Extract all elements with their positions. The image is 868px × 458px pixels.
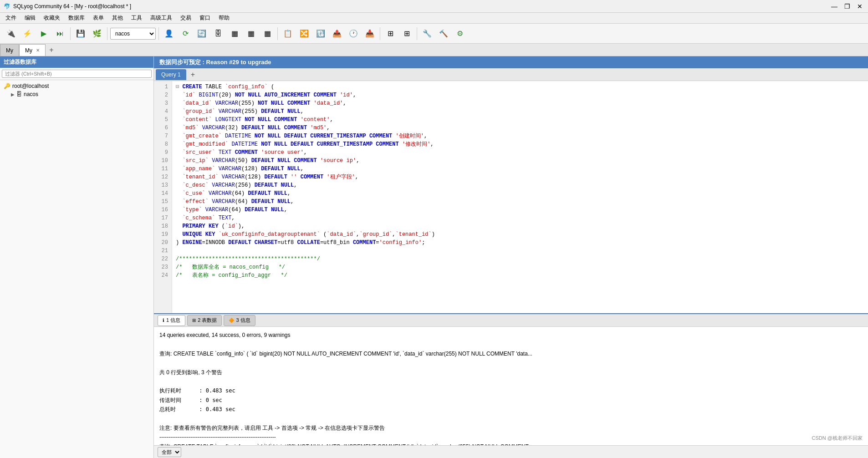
menu-item-其他[interactable]: 其他 [108, 13, 127, 23]
menu-item-高级工具[interactable]: 高级工具 [147, 13, 176, 23]
code-line-16: `type` VARCHAR(64) DEFAULT NULL, [176, 206, 864, 214]
tab-close-2[interactable]: ✕ [36, 48, 40, 53]
code-line-10: `src_ip` VARCHAR(50) DEFAULT NULL COMMEN… [176, 157, 864, 165]
info-icon: ℹ [163, 318, 164, 323]
toolbar-schedule[interactable]: 🕐 [346, 26, 361, 41]
toolbar-user[interactable]: 👤 [162, 26, 176, 41]
toolbar-sep-1 [70, 27, 71, 40]
main-tab-bar: My My ✕ + [0, 44, 868, 56]
result-total-time: 总耗时 : 0.483 sec [159, 405, 863, 414]
menu-bar: 文件编辑收藏夹数据库表单其他工具高级工具交易窗口帮助 [0, 13, 868, 24]
query-tabs: Query 1 + [154, 68, 868, 81]
toolbar-save[interactable]: 💾 [73, 26, 88, 41]
maximize-button[interactable]: ❐ [842, 2, 852, 11]
toolbar-sep-3 [158, 27, 159, 40]
line-num-7: 7 [158, 132, 168, 140]
query-tab-label-1: Query 1 [161, 71, 181, 78]
toolbar-grid[interactable]: ⊞ [383, 26, 398, 41]
sidebar-filter-area [0, 68, 153, 80]
toolbar-stop[interactable]: ⏭ [53, 26, 67, 41]
toolbar-new-connection[interactable]: 🔌 [4, 26, 18, 41]
code-line-9: `src_user` TEXT COMMENT 'source user', [176, 148, 864, 157]
toolbar-btn-1[interactable]: ⟳ [178, 26, 193, 41]
query-tab-1[interactable]: Query 1 [156, 69, 186, 80]
title-bar-controls: — ❐ ✕ [830, 2, 864, 11]
query-tab-add[interactable]: + [187, 71, 199, 79]
toolbar: 🔌 ⚡ ▶ ⏭ 💾 🌿 nacos 👤 ⟳ 🔄 🗄 ▦ ▦ ▦ 📋 🔀 🔃 📤 … [0, 24, 868, 44]
toolbar-sep-4 [277, 27, 278, 40]
title-bar-left: 🐬 SQLyog Community 64 - [My - root@local… [4, 3, 131, 10]
code-line-24: /* 表名称 = config_info_aggr */ [176, 271, 864, 280]
line-num-8: 8 [158, 140, 168, 148]
sidebar-filter-input[interactable] [2, 70, 152, 78]
main-area: 过滤器数据库 🔑 root@localhost ▶ 🗄 nacos 数据同步可预… [0, 56, 868, 458]
menu-item-数据库[interactable]: 数据库 [65, 13, 88, 23]
close-button[interactable]: ✕ [855, 2, 864, 11]
line-num-10: 10 [158, 157, 168, 165]
code-editor[interactable]: 123456789101112131415161718192021222324 … [154, 81, 868, 313]
bottom-select[interactable]: 全部 [158, 447, 181, 457]
toolbar-profile[interactable]: 🌿 [90, 26, 104, 41]
line-num-18: 18 [158, 222, 168, 230]
results-tab-data[interactable]: ⊞ 2 表数据 [187, 315, 222, 326]
toolbar-tools3[interactable]: ⚙ [453, 26, 467, 41]
toolbar-execute[interactable]: ▶ [36, 26, 51, 41]
code-line-21 [176, 247, 864, 255]
toolbar-sync[interactable]: 🔃 [313, 26, 328, 41]
toolbar-backup[interactable]: 📤 [330, 26, 344, 41]
line-num-20: 20 [158, 239, 168, 247]
menu-item-表单[interactable]: 表单 [89, 13, 107, 23]
toolbar-sep-6 [417, 27, 417, 40]
line-num-3: 3 [158, 99, 168, 107]
toolbar-btn-4[interactable]: ▦ [227, 26, 242, 41]
menu-item-收藏夹[interactable]: 收藏夹 [40, 13, 64, 23]
toolbar-btn-6[interactable]: ▦ [260, 26, 275, 41]
tree-item-nacos[interactable]: ▶ 🗄 nacos [0, 90, 153, 98]
menu-item-窗口[interactable]: 窗口 [196, 13, 214, 23]
line-num-9: 9 [158, 148, 168, 157]
toolbar-tools2[interactable]: 🔨 [436, 26, 451, 41]
tab-label-2: My [25, 47, 32, 54]
results-tab-info[interactable]: ℹ 1 信息 [158, 315, 185, 326]
code-line-18: PRIMARY KEY (`id`), [176, 222, 864, 230]
toolbar-btn-3[interactable]: 🗄 [211, 26, 225, 41]
toolbar-btn-5[interactable]: ▦ [244, 26, 258, 41]
tree-item-root[interactable]: 🔑 root@localhost [0, 82, 153, 90]
line-num-17: 17 [158, 214, 168, 222]
minimize-button[interactable]: — [830, 2, 839, 11]
menu-item-帮助[interactable]: 帮助 [215, 13, 233, 23]
toolbar-tools[interactable]: 🔧 [420, 26, 434, 41]
line-numbers: 123456789101112131415161718192021222324 [154, 81, 172, 313]
database-select[interactable]: nacos [110, 28, 156, 40]
result-line-10: 查询: CREATE TABLE `config_info_aggr` ( `i… [159, 442, 863, 445]
menu-item-编辑[interactable]: 编辑 [21, 13, 39, 23]
line-num-12: 12 [158, 173, 168, 181]
code-content[interactable]: ⊟ CREATE TABLE `config_info` ( `id` BIGI… [172, 81, 868, 313]
results-tab-label-1: 1 信息 [166, 317, 180, 324]
menu-item-工具[interactable]: 工具 [128, 13, 146, 23]
line-num-23: 23 [158, 263, 168, 271]
results-tab-info3[interactable]: 🔶 3 信息 [224, 315, 255, 326]
tab-my-1[interactable]: My [0, 44, 19, 56]
tab-add-button[interactable]: + [46, 44, 57, 56]
toolbar-grid2[interactable]: ⊞ [399, 26, 414, 41]
right-pane: 数据同步可预定 : Reason #29 to upgrade Query 1 … [154, 56, 868, 458]
toolbar-new-query[interactable]: ⚡ [20, 26, 35, 41]
toolbar-btn-2[interactable]: 🔄 [194, 26, 209, 41]
toolbar-import[interactable]: 🔀 [297, 26, 311, 41]
query-header: 数据同步可预定 : Reason #29 to upgrade [154, 56, 868, 68]
code-line-2: `id` BIGINT(20) NOT NULL AUTO_INCREMENT … [176, 91, 864, 99]
watermark: CSDN @栈老师不回家 [812, 435, 863, 442]
bottom-bar: 全部 [154, 445, 868, 458]
menu-item-文件[interactable]: 文件 [2, 13, 20, 23]
toolbar-restore[interactable]: 📥 [363, 26, 377, 41]
toolbar-export[interactable]: 📋 [281, 26, 295, 41]
collapse-icon: ⊟ [176, 84, 182, 90]
result-exec-time: 执行耗时 : 0.483 sec [159, 386, 863, 395]
menu-item-交易[interactable]: 交易 [177, 13, 195, 23]
results-tabs: ℹ 1 信息 ⊞ 2 表数据 🔶 3 信息 [154, 314, 868, 327]
result-line-1: 14 queries executed, 14 success, 0 error… [159, 331, 863, 340]
code-line-4: `group_id` VARCHAR(255) DEFAULT NULL, [176, 107, 864, 116]
line-num-19: 19 [158, 230, 168, 239]
tab-my-2[interactable]: My ✕ [19, 44, 46, 56]
